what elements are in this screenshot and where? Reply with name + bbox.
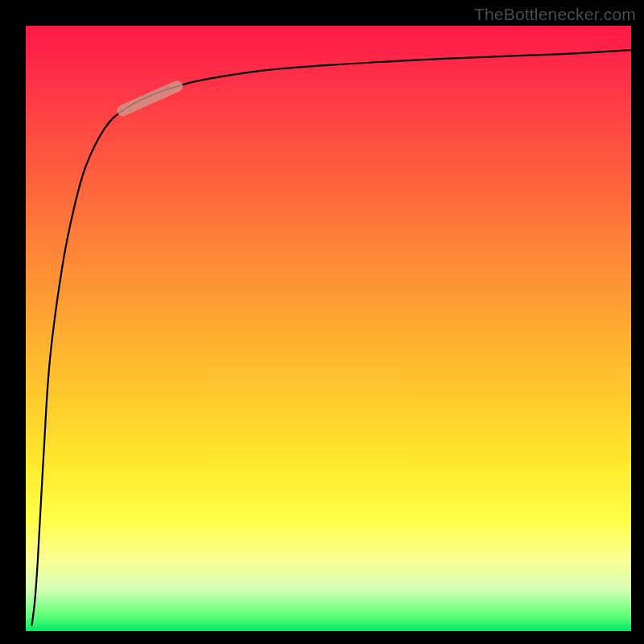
plot-gradient-area [26,26,631,631]
highlight-segment [122,86,177,110]
attribution-watermark: TheBottlenecker.com [474,5,636,24]
curve-layer [26,26,631,631]
chart-frame: TheBottlenecker.com [0,0,644,644]
bottleneck-curve [32,50,631,625]
